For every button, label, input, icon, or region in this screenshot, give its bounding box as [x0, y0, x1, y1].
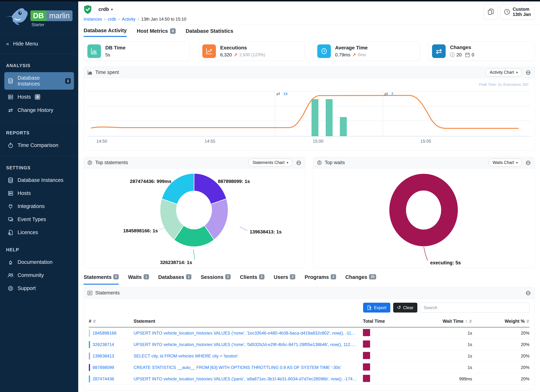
- bar-chart-icon: [87, 70, 92, 75]
- db-time-line[interactable]: [91, 95, 518, 128]
- donut-slice[interactable]: [397, 182, 449, 238]
- column-header-id[interactable]: #⇵: [89, 319, 134, 324]
- breadcrumb-crdb[interactable]: crdb: [108, 17, 116, 22]
- hide-menu-button[interactable]: « Hide Menu: [0, 36, 78, 51]
- svg-text:⇄: ⇄: [276, 91, 280, 96]
- time-range-button[interactable]: Custom 13th Jan: [500, 4, 535, 20]
- sidebar-item-hosts[interactable]: Hosts 0: [4, 91, 74, 103]
- book-icon: [8, 259, 14, 265]
- statement-id-link[interactable]: 1845898166: [93, 331, 122, 336]
- trend-up-icon: [202, 45, 216, 58]
- divider: [0, 54, 78, 54]
- tab-programs[interactable]: Programs2: [305, 274, 336, 285]
- collapse-panel-icon[interactable]: ⊖: [525, 69, 531, 76]
- page-header: crdb ▾ Instances› crdb› Activity› 13th J…: [78, 1, 540, 25]
- clock-icon: [504, 9, 510, 15]
- executions-bar[interactable]: [311, 99, 319, 136]
- waits-chart-selector[interactable]: Waits Chart ▾: [489, 159, 522, 167]
- activity-chart-selector[interactable]: Activity Chart ▾: [485, 68, 522, 76]
- breadcrumb-activity[interactable]: Activity: [122, 17, 135, 22]
- statement-sql-link[interactable]: UPSERT INTO vehicle_location_histories V…: [134, 331, 363, 336]
- table-row: 287474436 UPSERT INTO vehicle_location_h…: [89, 373, 530, 385]
- marlin-fish-icon: [4, 6, 30, 29]
- sidebar-item-support[interactable]: Support: [4, 283, 74, 294]
- donut-slice[interactable]: [162, 174, 194, 204]
- column-header-statement[interactable]: Statement: [134, 319, 363, 324]
- time-spent-chart[interactable]: Peak Time: 2s, Executions: 837 ⇄ 13 ⇄ 7 …: [84, 78, 535, 150]
- export-button[interactable]: Export: [363, 303, 390, 313]
- tab-statements[interactable]: Statements5: [84, 274, 119, 285]
- statement-id-link[interactable]: 139638413: [93, 353, 120, 358]
- statement-sql-link[interactable]: UPSERT INTO vehicle_location_histories V…: [134, 377, 363, 382]
- statement-id-link[interactable]: 287474436: [93, 377, 120, 382]
- sidebar-item-change-history[interactable]: ⇄ Change History: [4, 104, 74, 116]
- x-tick: 14:55: [205, 139, 215, 144]
- kpi-delta: 2,830 (123%): [239, 52, 265, 57]
- column-header-wait-time[interactable]: Wait Time↑⇵: [388, 319, 472, 324]
- executions-bar[interactable]: [340, 117, 347, 136]
- copy-link-button[interactable]: [484, 4, 498, 20]
- statement-sql-link[interactable]: CREATE STATISTICS __auto__ FROM [63] WIT…: [134, 365, 363, 370]
- sidebar-item-time-comparison[interactable]: Time Comparison: [4, 139, 74, 151]
- info-icon: ⓘ: [450, 52, 455, 58]
- donut-slice[interactable]: [194, 174, 226, 204]
- count-badge: 2: [290, 274, 295, 279]
- donut-label: 326238714: 1s: [160, 260, 192, 265]
- breadcrumb: Instances› crdb› Activity› 13th Jan 14:5…: [84, 17, 535, 22]
- change-marker-annotation[interactable]: ⇄ 13: [276, 91, 288, 96]
- count-badge: 0: [35, 94, 40, 100]
- donut-label: executing: 5s: [430, 260, 461, 265]
- breadcrumb-separator: ›: [104, 17, 106, 22]
- collapse-panel-icon[interactable]: ⊖: [525, 159, 531, 166]
- sidebar-item-settings-database-instances[interactable]: Database Instances: [4, 174, 74, 186]
- count-badge: 2: [225, 274, 231, 279]
- sidebar-item-settings-hosts[interactable]: Hosts: [4, 187, 74, 199]
- statements-chart-selector[interactable]: Statements Chart ▾: [248, 159, 292, 167]
- chevron-down-icon: ▾: [516, 161, 518, 165]
- tab-sessions[interactable]: Sessions2: [201, 274, 231, 285]
- column-header-total-time[interactable]: Total Time: [363, 319, 388, 324]
- statement-sql-link[interactable]: UPSERT INTO vehicle_location_histories V…: [134, 342, 363, 347]
- tab-databases[interactable]: Databases1: [158, 274, 191, 285]
- statement-id-link[interactable]: 326238714: [93, 342, 120, 347]
- dbmarlin-logo[interactable]: DBmarlin Starter: [0, 1, 78, 31]
- sidebar-item-integrations[interactable]: Integrations: [4, 200, 74, 212]
- executions-bar[interactable]: [326, 99, 333, 136]
- tab-users[interactable]: Users2: [274, 274, 295, 285]
- tab-database-activity[interactable]: Database Activity: [84, 28, 127, 37]
- clock-icon: [317, 45, 331, 58]
- statement-id-link[interactable]: 887898099: [93, 365, 120, 370]
- collapse-panel-icon[interactable]: ⊖: [525, 290, 531, 296]
- statement-sql-link[interactable]: SELECT city, id FROM vehicles WHERE city…: [134, 353, 363, 358]
- column-header-weight[interactable]: Weight %⇵: [472, 319, 530, 324]
- range-custom-label: Custom: [513, 7, 530, 12]
- sidebar-item-documentation[interactable]: Documentation: [4, 256, 74, 268]
- tab-waits[interactable]: Waits1: [128, 274, 149, 285]
- collapse-panel-icon[interactable]: ⊖: [296, 159, 301, 166]
- search-input[interactable]: [420, 303, 530, 313]
- sidebar-item-database-instances[interactable]: Database Instances 1: [4, 72, 74, 90]
- tab-changes[interactable]: Changes20: [345, 274, 376, 285]
- tab-clients[interactable]: Clients2: [240, 274, 265, 285]
- sidebar-item-community[interactable]: Community: [4, 269, 74, 281]
- chevron-down-icon: ▾: [516, 70, 518, 74]
- statements-table: #⇵ Statement Total Time Wait Time↑⇵ Weig…: [84, 314, 535, 390]
- chevron-down-icon: ▾: [287, 161, 288, 165]
- tab-database-statistics[interactable]: Database Statistics: [186, 28, 233, 37]
- sidebar-item-event-types[interactable]: Event Types: [4, 213, 74, 225]
- licence-document-icon: [8, 230, 14, 235]
- sidebar-item-label: Time Comparison: [18, 142, 58, 148]
- event-types-icon: [8, 217, 14, 222]
- sidebar-section-help: HELP: [6, 247, 74, 252]
- kpi-db-time: DB Time 5s: [84, 41, 190, 61]
- divider: [0, 121, 78, 121]
- sidebar-item-licences[interactable]: Licences: [4, 227, 74, 238]
- top-statements-donut[interactable]: 287474436: 999ms 887898099: 1s 184589816…: [84, 169, 305, 267]
- top-waits-donut[interactable]: executing: 5s: [313, 169, 535, 267]
- breadcrumb-instances[interactable]: Instances: [84, 17, 102, 22]
- kpi-row: DB Time 5s Executions 6,320 ↗ 2,830 (123…: [78, 37, 540, 65]
- clear-button[interactable]: ↺ Clear: [393, 303, 417, 313]
- instance-selector[interactable]: crdb ▾: [95, 5, 117, 14]
- time-spent-panel: Time spent Activity Chart ▾ ⊖ Peak Time:…: [84, 67, 535, 151]
- tab-host-metrics[interactable]: Host Metrics0: [137, 28, 176, 37]
